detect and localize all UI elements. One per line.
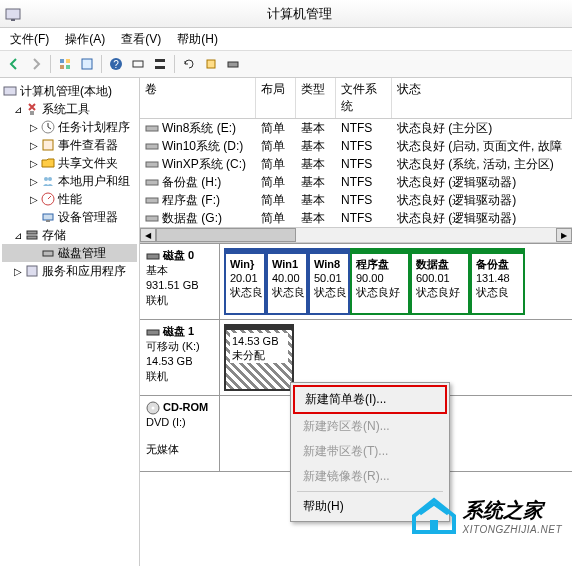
tree-storage[interactable]: ⊿ 存储 (2, 226, 137, 244)
svg-rect-1 (11, 19, 15, 21)
collapse-icon[interactable]: ⊿ (12, 104, 24, 115)
partition[interactable]: Win850.01状态良 (308, 248, 350, 315)
help-button[interactable]: ? (106, 54, 126, 74)
partition[interactable]: 备份盘131.48状态良 (470, 248, 525, 315)
window-title: 计算机管理 (26, 5, 572, 23)
partition[interactable]: 数据盘600.01状态良好 (410, 248, 470, 315)
svg-rect-29 (146, 162, 158, 167)
menu-action[interactable]: 操作(A) (59, 29, 111, 50)
volume-row[interactable]: 备份盘 (H:)简单基本NTFS状态良好 (逻辑驱动器) (140, 173, 572, 191)
drive-icon (145, 193, 159, 207)
col-name[interactable]: 卷 (140, 78, 256, 118)
forward-button[interactable] (26, 54, 46, 74)
tree-local-users[interactable]: ▷ 本地用户和组 (2, 172, 137, 190)
drive-icon (145, 139, 159, 153)
partition[interactable]: Win}20.01状态良 (224, 248, 266, 315)
properties-button[interactable] (77, 54, 97, 74)
h-scrollbar[interactable]: ◀ ▶ (140, 227, 572, 243)
tool-button[interactable] (128, 54, 148, 74)
device-icon (40, 209, 56, 225)
col-layout[interactable]: 布局 (256, 78, 296, 118)
svg-rect-4 (60, 65, 64, 69)
tree-root[interactable]: 计算机管理(本地) (2, 82, 137, 100)
svg-rect-14 (4, 87, 16, 95)
context-menu: 新建简单卷(I)... 新建跨区卷(N)... 新建带区卷(T)... 新建镜像… (290, 382, 450, 522)
scroll-thumb[interactable] (156, 228, 296, 242)
partition[interactable]: 程序盘90.00状态良好 (350, 248, 410, 315)
separator (297, 491, 443, 492)
tree-device-mgr[interactable]: 设备管理器 (2, 208, 137, 226)
col-type[interactable]: 类型 (296, 78, 336, 118)
tree-event-viewer[interactable]: ▷ 事件查看器 (2, 136, 137, 154)
titlebar: 计算机管理 (0, 0, 572, 28)
expand-icon[interactable]: ▷ (28, 176, 40, 187)
tool-button3[interactable] (201, 54, 221, 74)
svg-rect-17 (43, 140, 53, 150)
collapse-icon[interactable]: ⊿ (12, 230, 24, 241)
svg-point-18 (44, 177, 48, 181)
ctx-new-simple-volume[interactable]: 新建简单卷(I)... (293, 385, 447, 414)
menu-view[interactable]: 查看(V) (115, 29, 167, 50)
svg-rect-28 (146, 144, 158, 149)
disk-0-partitions: Win}20.01状态良Win140.00状态良Win850.01状态良程序盘9… (220, 244, 572, 319)
drive-icon (145, 121, 159, 135)
tool-button2[interactable] (150, 54, 170, 74)
perf-icon (40, 191, 56, 207)
menu-file[interactable]: 文件(F) (4, 29, 55, 50)
tree-task-scheduler[interactable]: ▷ 任务计划程序 (2, 118, 137, 136)
computer-icon (2, 83, 18, 99)
svg-rect-32 (146, 216, 158, 221)
svg-rect-34 (147, 330, 159, 335)
scroll-right-button[interactable]: ▶ (556, 228, 572, 242)
volume-row[interactable]: 数据盘 (G:)简单基本NTFS状态良好 (逻辑驱动器) (140, 209, 572, 227)
svg-rect-5 (66, 65, 70, 69)
expand-icon[interactable]: ▷ (12, 266, 24, 277)
partition[interactable]: Win140.00状态良 (266, 248, 308, 315)
refresh-button[interactable] (179, 54, 199, 74)
ctx-help[interactable]: 帮助(H) (293, 494, 447, 519)
svg-rect-0 (6, 9, 20, 19)
volume-row[interactable]: 程序盘 (F:)简单基本NTFS状态良好 (逻辑驱动器) (140, 191, 572, 209)
col-fs[interactable]: 文件系统 (336, 78, 392, 118)
menubar: 文件(F) 操作(A) 查看(V) 帮助(H) (0, 28, 572, 50)
tree-services[interactable]: ▷ 服务和应用程序 (2, 262, 137, 280)
storage-icon (24, 227, 40, 243)
back-button[interactable] (4, 54, 24, 74)
tree-performance[interactable]: ▷ 性能 (2, 190, 137, 208)
svg-rect-24 (27, 236, 37, 239)
hdd-icon (146, 249, 160, 263)
svg-rect-6 (82, 59, 92, 69)
menu-help[interactable]: 帮助(H) (171, 29, 224, 50)
partition-unallocated[interactable]: 14.53 GB未分配 (224, 324, 294, 391)
volume-row[interactable]: Win8系统 (E:)简单基本NTFS状态良好 (主分区) (140, 119, 572, 137)
scroll-track[interactable] (156, 228, 556, 242)
svg-rect-12 (207, 60, 215, 68)
expand-icon[interactable]: ▷ (28, 140, 40, 151)
svg-rect-10 (155, 59, 165, 62)
ctx-new-striped-volume: 新建带区卷(T)... (293, 439, 447, 464)
drive-icon (145, 175, 159, 189)
volume-row[interactable]: WinXP系统 (C:)简单基本NTFS状态良好 (系统, 活动, 主分区) (140, 155, 572, 173)
tree-disk-mgmt[interactable]: 磁盘管理 (2, 244, 137, 262)
scroll-left-button[interactable]: ◀ (140, 228, 156, 242)
separator (101, 55, 102, 73)
tool-button4[interactable] (223, 54, 243, 74)
svg-rect-23 (27, 231, 37, 234)
expand-icon[interactable]: ▷ (28, 194, 40, 205)
usb-icon (146, 325, 160, 339)
ctx-new-spanned-volume: 新建跨区卷(N)... (293, 414, 447, 439)
tree-shared-folders[interactable]: ▷ 共享文件夹 (2, 154, 137, 172)
volume-row[interactable]: Win10系统 (D:)简单基本NTFS状态良好 (启动, 页面文件, 故障 (140, 137, 572, 155)
expand-icon[interactable]: ▷ (28, 158, 40, 169)
svg-rect-3 (66, 59, 70, 63)
tree-system-tools[interactable]: ⊿ 系统工具 (2, 100, 137, 118)
users-icon (40, 173, 56, 189)
clock-icon (40, 119, 56, 135)
col-status[interactable]: 状态 (392, 78, 572, 118)
disk-0[interactable]: 磁盘 0 基本 931.51 GB 联机 Win}20.01状态良Win140.… (140, 244, 572, 320)
expand-icon[interactable]: ▷ (28, 122, 40, 133)
svg-point-36 (152, 406, 155, 409)
tree-panel: 计算机管理(本地) ⊿ 系统工具 ▷ 任务计划程序 ▷ 事件查看器 ▷ 共享文件… (0, 78, 140, 566)
view-button[interactable] (55, 54, 75, 74)
svg-rect-26 (27, 266, 37, 276)
